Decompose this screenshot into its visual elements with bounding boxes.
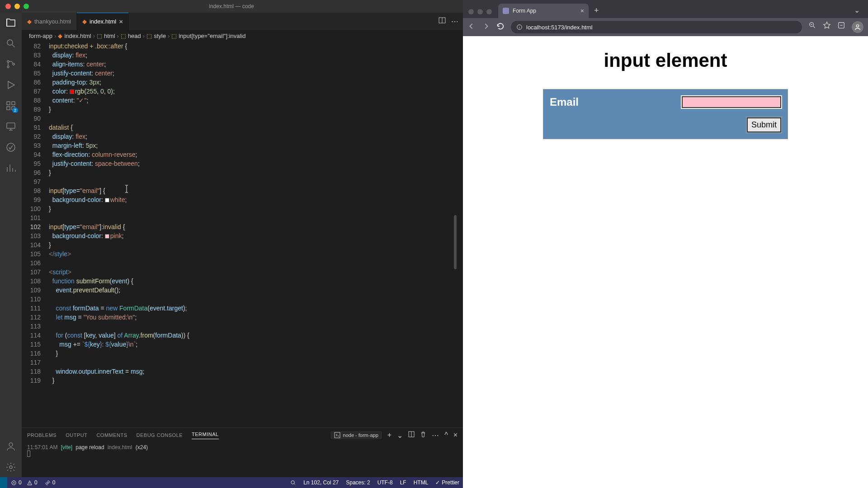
settings-icon[interactable]	[5, 461, 17, 474]
status-ports[interactable]: 0	[41, 479, 59, 486]
svg-point-1	[7, 61, 9, 62]
reload-button[interactable]	[496, 22, 505, 32]
extensions-icon[interactable]: 2	[5, 99, 17, 112]
toolbar: localhost:5173/index.html	[463, 18, 868, 36]
extensions-icon[interactable]	[837, 21, 845, 33]
svg-point-10	[9, 466, 12, 469]
profile-button[interactable]	[852, 21, 863, 33]
svg-point-3	[13, 63, 14, 65]
close-tab-icon[interactable]: ×	[580, 7, 584, 14]
url-text: localhost:5173/index.html	[526, 24, 593, 31]
vscode-window: index.html — code 2 ◆ th	[0, 0, 463, 488]
source-control-icon[interactable]	[5, 58, 17, 70]
browser-tab-strip: Form App × + ⌄	[463, 0, 868, 18]
svg-point-15	[47, 482, 48, 483]
svg-rect-6	[7, 107, 10, 110]
window-controls	[0, 4, 29, 9]
forward-button[interactable]	[482, 22, 490, 32]
favicon-icon	[503, 8, 509, 14]
tab-label: index.html	[90, 18, 116, 25]
terminal-dropdown-icon[interactable]: ⌄	[397, 431, 403, 440]
minimize-window[interactable]	[477, 9, 483, 14]
browser-window: Form App × + ⌄ localhost:5173/index.html…	[463, 0, 868, 488]
panel-tab-comments[interactable]: COMMENTS	[96, 432, 127, 438]
kill-terminal-icon[interactable]	[420, 431, 426, 439]
new-terminal-icon[interactable]: +	[387, 431, 392, 439]
email-label: Email	[550, 96, 579, 108]
site-info-icon	[516, 24, 523, 30]
remote-explorer-icon[interactable]	[5, 120, 17, 133]
status-formatter[interactable]: ✓ Prettier	[432, 479, 463, 486]
page-heading: input element	[486, 50, 845, 71]
status-position[interactable]: Ln 102, Col 27	[300, 479, 342, 486]
page-content: input element Email Submit	[463, 36, 868, 488]
svg-rect-8	[7, 123, 15, 128]
more-actions-icon[interactable]: ⋯	[451, 17, 458, 26]
status-encoding[interactable]: UTF-8	[374, 479, 396, 486]
extensions-badge: 2	[12, 108, 18, 113]
status-problems[interactable]: 0 0	[7, 479, 41, 486]
azure-icon[interactable]	[5, 141, 17, 154]
status-eol[interactable]: LF	[396, 479, 410, 486]
svg-point-2	[7, 66, 9, 68]
status-language[interactable]: HTML	[410, 479, 432, 486]
browser-tab-title: Form App	[513, 8, 536, 14]
tab-label: thankyou.html	[34, 18, 71, 25]
window-title: index.html — code	[209, 3, 254, 9]
status-find[interactable]	[287, 479, 300, 486]
bookmark-icon[interactable]	[823, 21, 831, 33]
back-button[interactable]	[467, 22, 476, 32]
editor-tabs: ◆ thankyou.html ◆ index.html × ⋯	[22, 13, 463, 30]
close-panel-icon[interactable]: ×	[453, 431, 458, 439]
terminal-task[interactable]: node - form-app	[330, 431, 382, 439]
activity-bar: 2	[0, 13, 22, 477]
tabs-dropdown-icon[interactable]: ⌄	[849, 6, 864, 18]
terminal-output[interactable]: 11:57:01 AM [vite] page reload index.htm…	[22, 442, 463, 477]
svg-point-0	[7, 40, 13, 45]
maximize-panel-icon[interactable]: ^	[444, 431, 448, 439]
close-window[interactable]	[5, 4, 11, 9]
tab-index[interactable]: ◆ index.html ×	[77, 13, 129, 30]
panel-tab-terminal[interactable]: TERMINAL	[192, 432, 219, 439]
browser-tab[interactable]: Form App ×	[498, 4, 589, 18]
tab-thankyou[interactable]: ◆ thankyou.html	[22, 13, 77, 30]
breadcrumb[interactable]: form-app› ◆index.html› ⬚html› ⬚head› ⬚st…	[22, 30, 463, 42]
minimize-window[interactable]	[14, 4, 20, 9]
panel-tab-debug[interactable]: DEBUG CONSOLE	[137, 432, 183, 438]
submit-button[interactable]: Submit	[747, 117, 781, 132]
text-cursor-icon	[123, 184, 130, 193]
explorer-icon[interactable]	[5, 16, 17, 29]
account-icon[interactable]	[5, 440, 17, 453]
status-indent[interactable]: Spaces: 2	[342, 479, 373, 486]
svg-rect-5	[12, 102, 15, 105]
bottom-panel: PROBLEMS OUTPUT COMMENTS DEBUG CONSOLE T…	[22, 427, 463, 477]
search-icon[interactable]	[5, 37, 17, 50]
zoom-icon[interactable]	[808, 21, 816, 33]
titlebar: index.html — code	[0, 0, 463, 13]
email-input[interactable]	[682, 96, 781, 108]
more-terminal-icon[interactable]: ⋯	[432, 431, 439, 440]
split-terminal-icon[interactable]	[408, 431, 415, 439]
remote-indicator[interactable]	[0, 477, 7, 488]
status-bar: 0 0 0 Ln 102, Col 27 Spaces: 2 UTF-8 LF …	[0, 477, 463, 488]
run-debug-icon[interactable]	[5, 79, 17, 91]
address-bar[interactable]: localhost:5173/index.html	[511, 21, 802, 33]
panel-tab-output[interactable]: OUTPUT	[66, 432, 87, 438]
code-editor[interactable]: 8283848586878889909192939495969798991001…	[22, 42, 463, 427]
close-tab-icon[interactable]: ×	[119, 18, 123, 25]
svg-point-20	[856, 25, 859, 27]
svg-point-9	[9, 443, 13, 446]
close-window[interactable]	[468, 9, 474, 14]
svg-point-16	[291, 480, 294, 483]
new-tab-button[interactable]: +	[591, 6, 602, 18]
svg-rect-4	[7, 102, 10, 105]
split-editor-icon[interactable]	[439, 17, 446, 26]
maximize-window[interactable]	[486, 9, 492, 14]
scrollbar[interactable]	[454, 42, 457, 427]
form: Email Submit	[543, 89, 788, 139]
panel-tab-problems[interactable]: PROBLEMS	[27, 432, 57, 438]
graph-icon[interactable]	[5, 162, 17, 174]
maximize-window[interactable]	[24, 4, 29, 9]
